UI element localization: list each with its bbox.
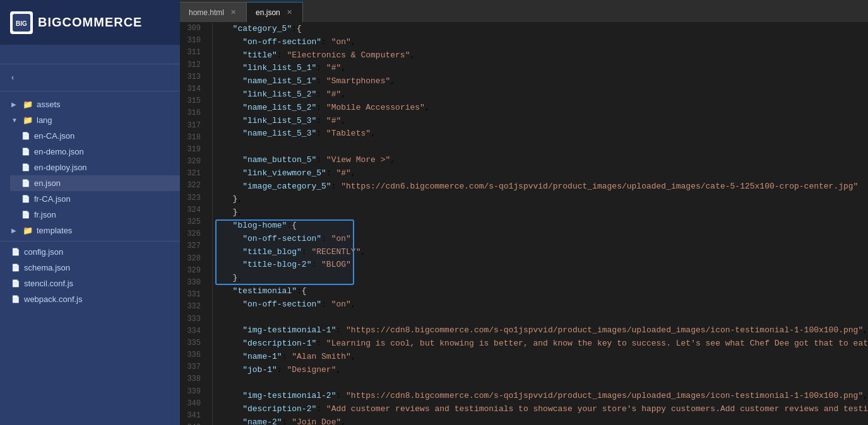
file-icon-fr-json: 📄 [21,211,30,219]
tab-home-html[interactable]: home.html ✕ [180,2,247,22]
code-line-309: "category_5":{ [223,23,868,36]
tree-label-templates: templates [37,226,72,235]
line-num-337: 337 [180,361,206,373]
code-line-338: "description-2": "Add customer reviews a… [223,403,868,416]
tree-label-assets: assets [37,100,61,109]
code-line-317: "name_list_5_3": "Tablets", [223,127,868,141]
line-num-321: 321 [180,168,206,180]
code-line-328: }, [223,272,868,285]
code-line-337: "img-testimonial-2": "https://cdn8.bigco… [223,390,868,403]
tree-item-en-json[interactable]: 📄 en.json [10,175,180,191]
line-num-311: 311 [180,47,206,59]
tree-label-webpack-conf: webpack.conf.js [24,294,83,304]
file-tree: ▶ 📁 assets ▼ 📁 lang 📄 en-CA.json 📄 en-de… [0,91,180,425]
line-num-328: 328 [180,253,206,265]
tab-label-en-json: en.json [256,8,280,17]
line-num-325: 325 [180,216,206,228]
tab-close-en-json[interactable]: ✕ [285,9,294,16]
line-num-329: 329 [180,265,206,277]
code-line-332: "img-testimonial-1": "https://cdn8.bigco… [223,324,868,337]
line-num-309: 309 [180,23,206,35]
tree-item-templates[interactable]: ▶ 📁 templates [0,223,180,238]
tree-item-en-ca-json[interactable]: 📄 en-CA.json [10,128,180,144]
code-line-321: "image_category_5": "https://cdn6.bigcom… [223,180,868,194]
code-line-313: "name_list_5_1": "Smartphones", [223,75,868,88]
tree-label-en-demo-json: en-demo.json [34,147,84,156]
tree-label-stencil-conf: stencil.conf.js [24,279,73,288]
line-num-339: 339 [180,386,206,398]
toggle-lang: ▼ [11,117,19,124]
code-line-331 [223,311,868,325]
folder-icon-lang: 📁 [23,115,33,125]
logo-icon: BIG [10,11,33,34]
tree-item-config-json[interactable]: 📄 config.json [0,244,180,260]
code-line-312: "link_list_5_1": "#", [223,62,868,75]
tab-close-home-html[interactable]: ✕ [229,9,237,16]
line-num-315: 315 [180,95,206,107]
tree-item-stencil-conf[interactable]: 📄 stencil.conf.js [0,276,180,291]
toggle-templates: ▶ [11,227,19,234]
code-line-327: "title-blog-2": "BLOG" [223,259,868,272]
line-num-324: 324 [180,204,206,216]
line-num-312: 312 [180,59,206,71]
code-line-324: "blog-home":{ [223,219,868,233]
svg-text:BIG: BIG [16,20,27,27]
line-num-327: 327 [180,240,206,252]
tree-label-schema-json: schema.json [24,263,70,272]
line-num-323: 323 [180,192,206,204]
line-num-340: 340 [180,398,206,410]
line-num-317: 317 [180,120,206,132]
line-num-335: 335 [180,337,206,349]
theme-info [0,45,180,64]
logo-text: BIGCOMMERCE [38,15,142,30]
tree-item-schema-json[interactable]: 📄 schema.json [0,260,180,276]
tree-label-fr-json: fr.json [34,210,56,219]
file-icon-schema: 📄 [11,264,20,272]
tree-item-en-demo-json[interactable]: 📄 en-demo.json [10,144,180,160]
code-editor[interactable]: 3093103113123133143153163173183193203213… [180,23,868,425]
line-num-341: 341 [180,410,206,422]
folder-icon-templates: 📁 [23,226,33,235]
line-num-330: 330 [180,277,206,289]
tree-item-lang[interactable]: ▼ 📁 lang [0,112,180,128]
sidebar-header: BIG BIGCOMMERCE [0,0,180,45]
line-num-320: 320 [180,156,206,168]
tree-item-en-deploy-json[interactable]: 📄 en-deploy.json [10,160,180,175]
tab-label-home-html: home.html [189,8,224,17]
code-line-325: "on-off-section": "on", [223,233,868,246]
code-line-314: "link_list_5_2": "#", [223,88,868,102]
code-line-323: }, [223,206,868,219]
editor-inner: 3093103113123133143153163173183193203213… [180,23,868,425]
line-num-319: 319 [180,144,206,156]
tree-item-fr-json[interactable]: 📄 fr.json [10,207,180,223]
line-num-318: 318 [180,132,206,144]
line-num-314: 314 [180,83,206,95]
code-line-326: "title_blog": "RECENTLY", [223,246,868,259]
line-num-334: 334 [180,325,206,337]
line-num-331: 331 [180,289,206,301]
code-line-336 [223,377,868,390]
tree-separator [0,241,180,242]
tree-label-fr-ca-json: fr-CA.json [34,194,71,204]
file-icon-en-demo: 📄 [21,148,30,156]
code-line-333: "description-1": "Learning is cool, but … [223,337,868,351]
tree-label-lang: lang [37,115,52,125]
code-line-319: "name_button_5": "View More >", [223,154,868,167]
tree-item-assets[interactable]: ▶ 📁 assets [0,96,180,112]
tree-label-config-json: config.json [24,247,63,257]
main-editor-area: home.html ✕ en.json ✕ 309310311312313314… [180,0,868,425]
tab-en-json[interactable]: en.json ✕ [247,2,303,22]
toggle-assets: ▶ [11,101,19,108]
code-line-320: "link_viewmore_5": "#", [223,167,868,180]
tree-item-webpack-conf[interactable]: 📄 webpack.conf.js [0,291,180,307]
tree-label-en-deploy-json: en-deploy.json [34,163,87,172]
line-num-310: 310 [180,35,206,47]
edit-theme-section[interactable]: ‹ [0,64,180,91]
code-content: "category_5":{ "on-off-section": "on", "… [213,23,868,425]
code-line-339: "name-2": "Join Doe", [223,416,868,425]
tree-item-fr-ca-json[interactable]: 📄 fr-CA.json [10,191,180,207]
code-line-318 [223,141,868,154]
line-num-322: 322 [180,180,206,192]
code-line-335: "job-1": "Designer", [223,364,868,377]
editor-tabs: home.html ✕ en.json ✕ [180,0,868,23]
